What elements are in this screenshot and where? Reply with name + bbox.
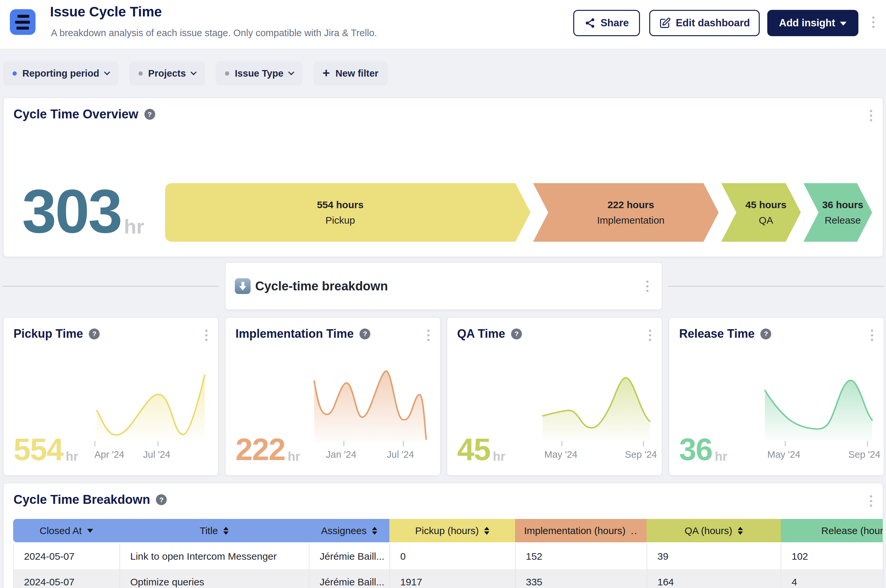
axis-label: Jan '24: [326, 449, 357, 460]
column-header-pickup[interactable]: Pickup (hours): [390, 519, 515, 542]
cell-assignees: Jérémie Baill...: [309, 569, 390, 588]
plus-icon: +: [322, 67, 330, 79]
axis-label: May '24: [767, 449, 801, 460]
page-kebab-menu-icon[interactable]: [871, 15, 876, 29]
kebab-menu-icon[interactable]: [426, 328, 431, 342]
sort-icon: [372, 527, 377, 535]
kebab-menu-icon[interactable]: [869, 108, 874, 123]
kebab-menu-icon[interactable]: [648, 328, 652, 342]
stat-unit: hr: [66, 452, 78, 461]
funnel-stage-pickup: 554 hours Pickup: [165, 183, 515, 242]
top-bar: Issue Cycle Time A breakdown analysis of…: [0, 0, 886, 50]
help-icon[interactable]: ?: [156, 494, 167, 505]
kebab-menu-icon[interactable]: [870, 328, 874, 342]
help-icon[interactable]: ?: [360, 328, 370, 339]
card-title: Release Time: [679, 327, 754, 341]
filter-issue-type[interactable]: Issue Type: [216, 61, 303, 86]
stage-label: QA: [759, 215, 773, 226]
total-unit: hr: [124, 216, 144, 237]
axis-label: Apr '24: [94, 449, 124, 460]
axis-tick: [403, 441, 404, 446]
stage-label: Pickup: [325, 215, 355, 226]
stat-value: 45 hr: [457, 437, 505, 461]
cell-implementation: 152: [515, 544, 646, 569]
cycle-time-breakdown-card: Cycle Time Breakdown ? Closed At Title A…: [3, 483, 883, 588]
axis-tick: [561, 441, 562, 446]
kebab-menu-icon[interactable]: [645, 279, 650, 293]
menu-button[interactable]: [10, 9, 36, 35]
kebab-menu-icon[interactable]: [204, 328, 209, 342]
axis-label: Jul '24: [143, 449, 170, 460]
filter-dot-icon: [225, 71, 229, 76]
axis-label: May '24: [544, 449, 577, 460]
cell-qa: 164: [646, 569, 781, 588]
cycle-funnel-chart: 554 hours Pickup 222 hours Implementatio…: [165, 183, 872, 242]
axis-tick: [157, 441, 159, 446]
axis-label: Jul '24: [387, 449, 414, 460]
axis-label: Sep '24: [625, 449, 657, 460]
filter-projects[interactable]: Projects: [129, 61, 205, 86]
qa-time-card: QA Time ? May '24 Sep '24 45 hr: [447, 317, 663, 476]
axis-label: Sep '24: [849, 449, 880, 460]
chevron-down-icon: [104, 69, 110, 75]
help-icon[interactable]: ?: [511, 328, 522, 339]
new-filter-button[interactable]: + New filter: [313, 61, 388, 86]
chevron-down-icon: [190, 69, 196, 75]
banner-title: Cycle-time breakdown: [255, 279, 388, 293]
column-header-implementation[interactable]: Implementation (hours) ..: [515, 519, 646, 542]
divider-line: [3, 286, 219, 287]
add-insight-button[interactable]: Add insight: [767, 10, 858, 36]
implementation-time-card: Implementation Time ? Jan '24 Jul '24 22…: [225, 317, 441, 476]
cell-title: Optimize queries: [119, 569, 309, 588]
cell-pickup: 0: [390, 544, 515, 569]
help-icon[interactable]: ?: [89, 328, 100, 339]
stat-unit: hr: [288, 452, 300, 461]
stage-label: Release: [825, 215, 861, 226]
pickup-sparkline: [94, 373, 207, 440]
total-cycle-time: 303 hr: [22, 180, 144, 242]
pickup-time-card: Pickup Time ? Apr '24 Jul '24 554 hr: [3, 317, 219, 476]
edit-dashboard-button[interactable]: Edit dashboard: [649, 10, 760, 36]
filter-bar: Reporting period Projects Issue Type + N…: [3, 61, 388, 86]
cell-closed-at: 2024-05-07: [13, 544, 119, 569]
column-header-assignees[interactable]: Assignees: [309, 519, 390, 542]
axis-tick: [867, 441, 868, 446]
filter-label: Reporting period: [22, 68, 99, 79]
kebab-menu-icon[interactable]: [869, 494, 874, 508]
share-icon: [585, 17, 595, 28]
funnel-stage-implementation: 222 hours Implementation: [533, 183, 719, 242]
qa-sparkline: [542, 373, 651, 440]
help-icon[interactable]: ?: [144, 109, 155, 120]
card-title: Cycle Time Overview: [13, 107, 138, 122]
column-header-closed-at[interactable]: Closed At: [13, 519, 119, 542]
sort-icon: [738, 527, 743, 535]
column-header-release[interactable]: Release (hours): [781, 519, 883, 542]
stage-hours: 45 hours: [745, 199, 786, 210]
stat-unit: hr: [715, 452, 727, 461]
help-icon[interactable]: ?: [760, 328, 771, 339]
page-subtitle: A breakdown analysis of each issue stage…: [51, 28, 377, 39]
cell-release: 4: [781, 569, 883, 588]
stage-hours: 222 hours: [607, 199, 654, 210]
dashboard-screen: Issue Cycle Time A breakdown analysis of…: [0, 0, 886, 588]
cycle-time-overview-card: Cycle Time Overview ? 303 hr 554 hours P…: [3, 98, 883, 257]
stat-number: 554: [13, 437, 63, 461]
cell-title: Link to open Intercom Messenger: [119, 544, 309, 569]
share-button[interactable]: Share: [573, 10, 640, 36]
filter-label: Issue Type: [235, 68, 283, 79]
stage-hours: 554 hours: [317, 199, 364, 210]
axis-tick: [785, 441, 786, 446]
stat-number: 45: [457, 437, 490, 461]
funnel-arrow-tip: [515, 183, 531, 242]
cell-release: 102: [781, 544, 883, 569]
cycle-time-breakdown-banner: Cycle-time breakdown: [225, 262, 663, 310]
filter-reporting-period[interactable]: Reporting period: [3, 61, 118, 86]
column-header-title[interactable]: Title: [119, 519, 309, 542]
funnel-stage-release: 36 hours Release: [804, 183, 872, 242]
stage-label: Implementation: [597, 215, 664, 226]
stat-value: 222 hr: [235, 437, 300, 461]
edit-icon: [659, 17, 671, 29]
sort-icon: [484, 527, 489, 535]
column-header-qa[interactable]: QA (hours): [646, 519, 781, 542]
edit-dashboard-button-label: Edit dashboard: [676, 17, 750, 29]
